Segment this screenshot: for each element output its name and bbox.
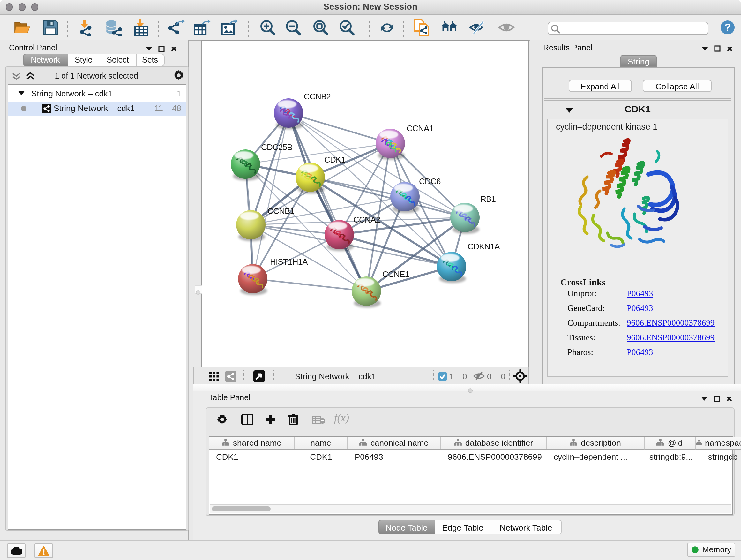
close-panel-icon[interactable] [726, 395, 733, 402]
import-table-from-file-button[interactable] [133, 19, 150, 36]
node-CDC25B[interactable] [231, 149, 260, 180]
crosslink-compartments-link[interactable]: 9606.ENSP00000378699 [627, 318, 715, 328]
column-header-description[interactable]: description [547, 436, 644, 449]
cell-shared-name[interactable]: CDK1 [209, 450, 294, 463]
table-settings-gear-icon[interactable] [216, 414, 227, 425]
hscrollbar-thumb[interactable] [212, 506, 270, 511]
show-column-selector-icon[interactable] [241, 414, 253, 425]
cell-description[interactable]: cyclin–dependent ... [547, 450, 644, 463]
close-panel-icon[interactable] [171, 45, 178, 52]
column-header-namespac[interactable]: namespac [695, 436, 741, 449]
import-network-from-file-button[interactable] [77, 19, 94, 36]
collapse-panel-icon[interactable] [701, 46, 709, 51]
zoom-out-button[interactable] [285, 19, 302, 36]
edge-CCNE1-HIST1H1A[interactable] [253, 278, 366, 291]
search-input[interactable] [561, 23, 705, 34]
cell-canonical-name[interactable]: P06493 [347, 450, 441, 463]
gene-description: cyclin–dependent kinase 1 [556, 122, 657, 131]
export-image-button[interactable] [221, 19, 238, 36]
crosslink-genecard-link[interactable]: P06493 [627, 303, 653, 313]
float-panel-icon[interactable] [714, 45, 721, 52]
node-CCNB1[interactable] [236, 210, 266, 241]
cell--id[interactable]: stringdb:9... [644, 450, 695, 463]
column-header-database-identifier[interactable]: database identifier [441, 436, 547, 449]
string-network-graph[interactable]: CCNB2CCNA1CDC25BCDK1CDC6RB1CCNB1CCNA2CDK… [202, 41, 529, 366]
edge-CCNB2-CCNA1[interactable] [288, 113, 390, 143]
center-view-icon[interactable] [513, 369, 527, 383]
node-HIST1H1A[interactable] [238, 264, 267, 295]
show-grid-icon[interactable] [209, 372, 219, 381]
close-panel-icon[interactable] [726, 45, 733, 52]
import-network-from-database-icon [105, 19, 122, 36]
network-options-gear-icon[interactable] [173, 70, 185, 81]
warning-status-button[interactable] [34, 543, 53, 558]
network-canvas[interactable]: CCNB2CCNA1CDC25BCDK1CDC6RB1CCNB1CCNA2CDK… [201, 40, 529, 367]
collapse-panel-icon[interactable] [701, 396, 708, 401]
node-CDK1[interactable] [295, 162, 325, 193]
cell-name[interactable]: CDK1 [294, 450, 347, 463]
tab-network[interactable]: Network [23, 54, 68, 66]
show-all-button[interactable] [498, 19, 515, 36]
node-CDC6[interactable] [390, 182, 420, 213]
memory-button[interactable]: Memory [687, 543, 735, 557]
delete-column-icon[interactable] [287, 413, 298, 425]
column-header--id[interactable]: @id [644, 436, 695, 449]
save-session-button[interactable] [42, 19, 59, 36]
create-column-icon[interactable] [265, 414, 276, 425]
float-panel-icon[interactable] [714, 395, 720, 402]
cell-namespac[interactable]: stringdb [695, 450, 741, 463]
node-CDKN1A[interactable] [437, 252, 466, 283]
table-hscrollbar[interactable] [210, 504, 731, 513]
cell-database-identifier[interactable]: 9606.ENSP00000378699 [441, 450, 547, 463]
node-label-CCNE1: CCNE1 [382, 269, 409, 279]
import-network-from-database-button[interactable] [105, 19, 122, 36]
column-header-name[interactable]: name [294, 436, 347, 449]
node-CCNB2[interactable] [274, 98, 303, 129]
network-collection-row[interactable]: String Network – cdk1 1 [8, 85, 186, 102]
tab-sets[interactable]: Sets [136, 54, 164, 66]
node-CCNA2[interactable] [325, 220, 354, 251]
collapse-panel-icon[interactable] [145, 47, 152, 51]
collection-label: String Network – cdk1 [31, 89, 112, 98]
zoom-fit-content-button[interactable] [312, 19, 329, 36]
left-splitter-handle[interactable] [194, 286, 202, 294]
node-RB1[interactable] [450, 202, 480, 234]
collapse-all-button[interactable]: Collapse All [643, 79, 712, 91]
table-row[interactable]: CDK1CDK1P064939606.ENSP00000378699cyclin… [209, 450, 732, 463]
hide-selected-button[interactable] [469, 19, 486, 36]
network-row-selected[interactable]: String Network – cdk1 11 48 [8, 102, 186, 116]
title-bar[interactable]: Session: New Session [0, 0, 741, 14]
column-header-shared-name[interactable]: shared name [209, 436, 294, 449]
open-session-button[interactable] [13, 19, 30, 36]
tab-network-table[interactable]: Network Table [490, 520, 561, 535]
copy-style-button[interactable] [414, 19, 431, 36]
crosslink-pharos-link[interactable]: P06493 [627, 347, 653, 357]
node-CCNA1[interactable] [376, 128, 405, 160]
apply-preferred-layout-button[interactable] [379, 19, 396, 36]
horizontal-splitter[interactable] [193, 384, 741, 391]
zoom-in-button[interactable] [259, 19, 276, 36]
crosslink-tissues-link[interactable]: 9606.ENSP00000378699 [627, 332, 715, 343]
float-panel-icon[interactable] [158, 46, 165, 52]
tab-string[interactable]: String [620, 55, 657, 67]
tab-select[interactable]: Select [99, 54, 136, 66]
first-neighbors-button[interactable] [441, 19, 458, 36]
expand-all-button[interactable]: Expand All [569, 79, 632, 91]
zoom-selected-region-button[interactable] [338, 19, 355, 36]
crosslink-uniprot-link[interactable]: P06493 [627, 288, 653, 299]
birds-eye-view-icon[interactable] [225, 370, 237, 382]
help-button[interactable]: ? [719, 19, 736, 36]
tab-node-table[interactable]: Node Table [378, 520, 435, 535]
export-network-to-file-button[interactable] [168, 19, 185, 36]
tab-edge-table[interactable]: Edge Table [434, 520, 491, 535]
export-table-to-file-button[interactable] [193, 19, 211, 36]
column-header-canonical-name[interactable]: canonical name [347, 436, 441, 449]
edge-CDK1-RB1[interactable] [310, 177, 465, 217]
edge-CCNB2-HIST1H1A[interactable] [253, 113, 288, 278]
cloud-status-button[interactable] [7, 543, 25, 558]
open-in-new-window-icon[interactable] [253, 370, 266, 382]
bottom-splitter-handle[interactable] [467, 384, 474, 390]
collection-expander-icon[interactable] [18, 91, 25, 96]
tab-style[interactable]: Style [67, 54, 100, 66]
node-CCNE1[interactable] [352, 276, 381, 307]
